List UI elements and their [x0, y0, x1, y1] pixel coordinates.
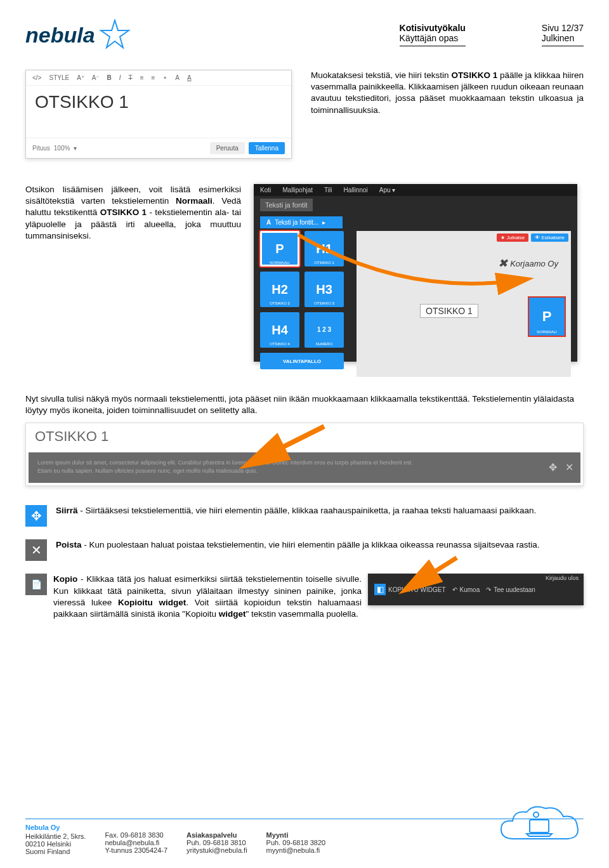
editor-body: OTSIKKO 1 [26, 86, 291, 138]
wide-title: OTSIKKO 1 [26, 423, 583, 450]
panel-screenshot: Koti Mallipohjat Tili Hallinnoi Apu ▾ Te… [254, 184, 577, 362]
tile-h4: H4OTSIKKO 4 [260, 312, 299, 348]
footer-fax: Fax. 09-6818 3830 [105, 831, 167, 839]
toolbar-font-up: A⁺ [77, 74, 84, 81]
page-header: nebula Kotisivutyökalu Käyttäjän opas Si… [25, 19, 584, 51]
redo-icon: ↷ [486, 586, 491, 593]
esikatsele-badge: 👁 Esikatsele [531, 233, 568, 242]
toolbar-list-icon: ≡ [140, 74, 144, 81]
siirra-text: Siirrä - Siirtääksesi tekstielementtiä, … [56, 505, 584, 516]
preview-tile-p: P NORMAALI [529, 298, 565, 336]
editor-footer: Pituus 100% ▾ Peruuta Tallenna [26, 138, 291, 158]
copy-icon-box: 📄 [25, 574, 47, 595]
footer-sales-title: Myynti [266, 831, 326, 839]
logo-text: nebula [25, 23, 95, 48]
dropdown-icon: ▾ [74, 145, 77, 152]
julkaise-badge: ★ Julkaise [497, 233, 528, 242]
length-label: Pituus [32, 145, 50, 152]
length-value: 100% [54, 145, 70, 152]
nav-apu: Apu ▾ [379, 187, 396, 194]
header-meta: Kotisivutyökalu Käyttäjän opas Sivu 12/3… [400, 23, 584, 46]
undo-icon: ↶ [452, 586, 457, 593]
save-button[interactable]: Tallenna [249, 142, 285, 154]
editor-screenshot: </> STYLE A⁺ A⁻ B I T ≡ ≡ ⚬ A A OTSIKKO … [25, 70, 292, 159]
nav-koti: Koti [260, 187, 271, 194]
doc-title: Kotisivutyökalu [400, 23, 466, 33]
toolbar-font-down: A⁻ [92, 74, 100, 81]
panel-body: PNORMAALI H1OTSIKKO 1 H2OTSIKKO 2 H3OTSI… [254, 231, 577, 377]
panel-nav: Koti Mallipohjat Tili Hallinnoi Apu ▾ [254, 184, 577, 196]
svg-marker-0 [101, 20, 129, 48]
footer-email: nebula@nebula.fi [105, 839, 167, 846]
toolbar-code-icon: </> [32, 74, 41, 81]
tile-grid: PNORMAALI H1OTSIKKO 1 H2OTSIKKO 2 H3OTSI… [260, 231, 344, 348]
redo-chip: ↷ Tee uudestaan [486, 586, 535, 593]
logout-label: Kirjaudu ulos [546, 575, 579, 581]
wide-screenshot: OTSIKKO 1 Lorem ipsum dolor sit amet, co… [25, 423, 584, 486]
row-siirra: ✥ Siirrä - Siirtääksesi tekstielementtiä… [25, 505, 584, 527]
wide-lorem-bar: Lorem ipsum dolor sit amet, consectetur … [29, 452, 580, 483]
page-footer: Nebula Oy Heikkiläntie 2, 5krs. 00210 He… [25, 824, 584, 855]
section2-paragraph: Otsikon lisäämisen jälkeen, voit lisätä … [25, 184, 241, 242]
toolbar-strike-icon: T [129, 74, 133, 81]
toolbar-italic-icon: I [119, 74, 121, 81]
footer-support-phone: Puh. 09-6818 3810 [187, 839, 247, 846]
doc-subtitle: Käyttäjän opas [400, 33, 466, 43]
tile-h3: H3OTSIKKO 3 [304, 272, 344, 307]
cancel-button[interactable]: Peruuta [210, 142, 245, 154]
footer-sales-email: myynti@nebula.fi [266, 846, 326, 854]
move-icon: ✥ [546, 461, 559, 474]
cloud-laptop-icon [495, 801, 584, 858]
page-info: Sivu 12/37 [542, 23, 584, 33]
logo: nebula [25, 19, 131, 51]
visibility: Julkinen [542, 33, 584, 43]
poista-text: Poista - Kun puolestaan haluat poistaa t… [56, 539, 584, 551]
row-poista: ✕ Poista - Kun puolestaan haluat poistaa… [25, 539, 584, 561]
toolbar-underline-icon: A [187, 74, 192, 81]
section1-paragraph: Muokataksesi tekstiä, vie hiiri tekstin … [311, 70, 584, 116]
svg-rect-4 [530, 820, 549, 832]
nav-hallinnoi: Hallinnoi [343, 187, 367, 194]
tile-p: PNORMAALI [260, 231, 299, 266]
panel-tag: Teksti ja fontit [260, 199, 313, 211]
toolbar-bold-icon: B [107, 74, 112, 81]
section3-paragraph: Nyt sivulla tulisi näkyä myös normaali t… [25, 393, 584, 416]
tile-valintapallo: VALINTAPALLO [260, 353, 344, 369]
preview-brand: ✖ Korjaamo Oy [498, 256, 558, 270]
nav-tili: Tili [324, 187, 332, 194]
row-kopio: 📄 Kopio - Klikkaa tätä jos haluat esimer… [25, 574, 584, 620]
kopioitu-widget-chip: ◧ KOPIOITU WIDGET [374, 584, 446, 595]
tile-h1: H1OTSIKKO 1 [304, 231, 344, 266]
section-editor-intro: </> STYLE A⁺ A⁻ B I T ≡ ≡ ⚬ A A OTSIKKO … [25, 70, 584, 159]
toolbar-link-icon: ⚬ [162, 74, 167, 81]
nav-mallipohjat: Mallipohjat [282, 187, 313, 194]
panel-sidebar-label: A Teksti ja fontit... ▸ [260, 216, 343, 228]
toolbar-style: STYLE [49, 74, 69, 81]
arrow-right-icon: ▸ [322, 219, 325, 226]
toolbar-numlist-icon: ≡ [151, 74, 155, 81]
kopio-screenshot: Kirjaudu ulos ◧ KOPIOITU WIDGET ↶ Kumoa … [368, 574, 584, 605]
footer-sales-phone: Puh. 09-6818 3820 [266, 839, 326, 846]
footer-ytunnus: Y-tunnus 2305424-7 [105, 846, 167, 854]
toolbar-color-icon: A [175, 74, 180, 81]
text-a-icon: A [266, 219, 271, 226]
footer-address1: Heikkiläntie 2, 5krs. [25, 832, 86, 840]
close-icon: ✕ [563, 461, 575, 474]
footer-address2: 00210 Helsinki [25, 840, 86, 848]
kopio-text: Kopio - Klikkaa tätä jos haluat esimerki… [53, 574, 362, 620]
footer-support-email: yritystuki@nebula.fi [187, 846, 247, 854]
delete-icon-box: ✕ [25, 539, 47, 561]
footer-support-title: Asiakaspalvelu [187, 831, 247, 839]
preview-side: ★ Julkaise 👁 Esikatsele ✖ Korjaamo Oy OT… [357, 231, 571, 377]
move-icon-box: ✥ [25, 505, 47, 527]
preview-otsikko: OTSIKKO 1 [420, 304, 478, 318]
tile-numero: 1 2 3NUMERO [304, 312, 344, 348]
tile-h2: H2OTSIKKO 2 [260, 272, 299, 307]
widget-icon: ◧ [374, 584, 386, 595]
kumoa-chip: ↶ Kumoa [452, 586, 480, 593]
svg-point-5 [534, 812, 539, 817]
section-drag-panel: Otsikon lisäämisen jälkeen, voit lisätä … [25, 184, 584, 362]
star-icon [99, 19, 131, 51]
editor-toolbar: </> STYLE A⁺ A⁻ B I T ≡ ≡ ⚬ A A [26, 70, 291, 86]
wrench-icon: ✖ [498, 256, 508, 270]
